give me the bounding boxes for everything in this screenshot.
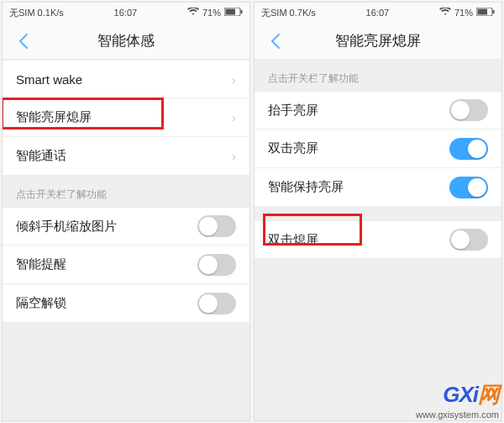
chevron-right-icon: › [232, 149, 236, 163]
row-smart-keep-bright[interactable]: 智能保持亮屏 [255, 168, 501, 207]
status-time: 16:07 [366, 8, 390, 18]
row-label: 智能通话 [16, 148, 66, 164]
row-label: 智能亮屏熄屏 [16, 109, 92, 125]
svg-rect-1 [225, 9, 235, 15]
toggle-smart-alert[interactable] [197, 254, 236, 276]
nav-bar: 智能亮屏熄屏 [255, 23, 501, 60]
toggle-smart-keep-bright[interactable] [449, 177, 488, 198]
svg-rect-5 [492, 10, 494, 13]
row-smart-call[interactable]: 智能通话 › [3, 137, 249, 176]
back-button[interactable] [9, 23, 36, 59]
nav-bar: 智能体感 [3, 23, 249, 60]
row-air-unlock[interactable]: 隔空解锁 [3, 284, 249, 323]
status-battery: 71% [202, 8, 221, 18]
phone-left: 无SIM 0.1K/s 16:07 71% 智能体感 Smart wake › [2, 2, 250, 421]
row-label: 双击亮屏 [268, 140, 318, 156]
svg-rect-2 [240, 10, 242, 13]
row-smart-screen-on-off[interactable]: 智能亮屏熄屏 › [3, 98, 249, 137]
section-hint: 点击开关栏了解功能 [255, 60, 501, 91]
row-label: 双击熄屏 [268, 232, 318, 248]
chevron-right-icon: › [232, 110, 236, 124]
status-sim: 无SIM 0.1K/s [9, 7, 64, 19]
status-sim: 无SIM 0.7K/s [261, 7, 316, 19]
toggle-double-tap-wake[interactable] [449, 138, 488, 160]
svg-rect-4 [477, 9, 487, 15]
row-label: 隔空解锁 [16, 295, 66, 311]
battery-icon [476, 8, 495, 18]
status-battery: 71% [454, 8, 473, 18]
page-title: 智能亮屏熄屏 [335, 31, 421, 50]
row-label: 抬手亮屏 [268, 103, 318, 119]
wifi-icon [187, 8, 199, 18]
row-label: 倾斜手机缩放图片 [16, 219, 117, 235]
row-label: 智能保持亮屏 [268, 179, 344, 195]
row-label: 智能提醒 [16, 256, 66, 272]
row-smart-wake[interactable]: Smart wake › [3, 60, 249, 98]
toggle-air-unlock[interactable] [197, 293, 236, 315]
toggle-double-tap-sleep[interactable] [449, 229, 488, 251]
page-title: 智能体感 [97, 31, 155, 50]
row-raise-to-wake[interactable]: 抬手亮屏 [255, 91, 501, 130]
phone-right: 无SIM 0.7K/s 16:07 71% 智能亮屏熄屏 点击开关栏了解功能 抬… [254, 2, 502, 421]
chevron-right-icon: › [232, 72, 236, 87]
status-time: 16:07 [114, 8, 138, 18]
back-button[interactable] [261, 23, 288, 59]
row-double-tap-wake[interactable]: 双击亮屏 [255, 130, 501, 168]
wifi-icon [439, 8, 451, 18]
toggle-raise-to-wake[interactable] [449, 99, 488, 121]
row-double-tap-sleep[interactable]: 双击熄屏 [255, 220, 501, 259]
toggle-tilt-zoom[interactable] [197, 215, 236, 237]
section-hint: 点击开关栏了解功能 [3, 176, 249, 207]
row-tilt-zoom[interactable]: 倾斜手机缩放图片 [3, 207, 249, 246]
battery-icon [224, 8, 243, 18]
row-smart-alert[interactable]: 智能提醒 [3, 246, 249, 284]
row-label: Smart wake [16, 72, 82, 87]
status-bar: 无SIM 0.1K/s 16:07 71% [3, 3, 249, 23]
status-bar: 无SIM 0.7K/s 16:07 71% [255, 3, 501, 23]
